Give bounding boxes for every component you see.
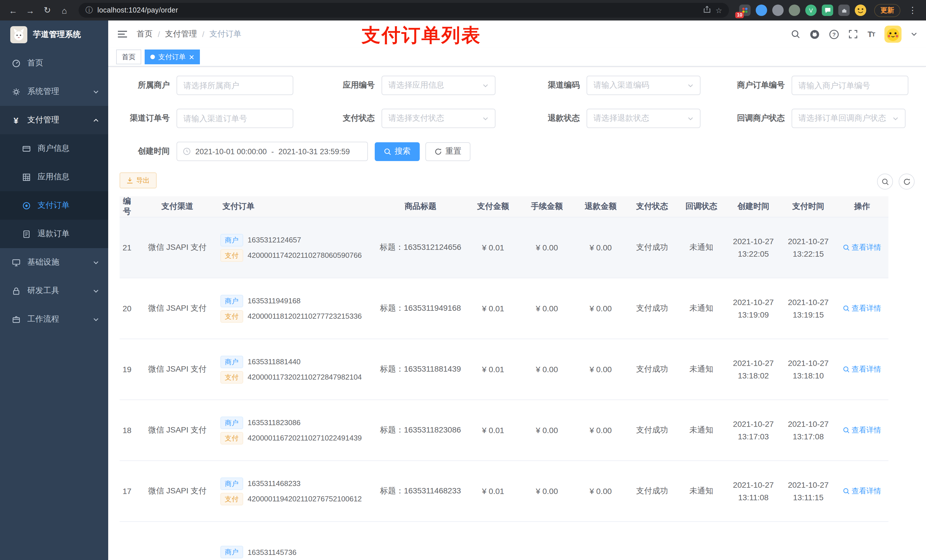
sidebar-label: 工作流程 <box>27 314 59 325</box>
extension-dark-puzzle-icon[interactable] <box>838 5 850 16</box>
close-icon[interactable] <box>189 54 194 59</box>
monitor-icon <box>11 258 21 267</box>
sidebar-label: 商户信息 <box>38 143 70 154</box>
bookmark-star-icon[interactable]: ☆ <box>716 6 722 15</box>
vue-devtools-icon[interactable]: V <box>805 5 817 16</box>
document-icon <box>22 229 31 238</box>
sidebar-item-home[interactable]: 首页 <box>0 49 108 77</box>
channel-order-no-input[interactable] <box>177 109 293 128</box>
view-detail-link[interactable]: 查看详情 <box>843 242 881 253</box>
pay-tag: 支付 <box>220 310 243 322</box>
extensions-puzzle-icon[interactable]: 10 <box>739 5 750 16</box>
merchant-input[interactable] <box>177 76 293 95</box>
address-bar[interactable]: ⓘ localhost:1024/pay/order ☆ <box>79 3 729 18</box>
search-icon[interactable] <box>791 30 800 39</box>
date-range-picker[interactable]: 2021-10-01 00:00:00 - 2021-10-31 23:59:5… <box>177 142 368 161</box>
chevron-down-icon <box>93 316 99 322</box>
sidebar-item-merchant-info[interactable]: 商户信息 <box>0 134 108 163</box>
github-icon[interactable] <box>810 29 820 39</box>
back-icon[interactable]: ← <box>6 3 21 18</box>
sidebar-label: 基础设施 <box>27 257 59 267</box>
font-size-icon[interactable]: TT <box>868 30 875 39</box>
app-select[interactable]: 请选择应用信息 <box>381 76 495 95</box>
app-frame: 芋道管理系统 首页 系统管理 <box>0 21 926 560</box>
chevron-down-icon <box>483 115 489 122</box>
cell-status: 支付成功 <box>628 339 677 400</box>
view-detail-link[interactable]: 查看详情 <box>843 303 881 314</box>
tags-view: 首页 支付订单 <box>108 48 926 66</box>
view-detail-link[interactable]: 查看详情 <box>843 425 881 435</box>
search-button[interactable]: 搜索 <box>375 142 420 161</box>
table-row-partial: 商户163531145736 <box>120 522 888 560</box>
cell-channel: 微信 JSAPI 支付 <box>135 217 220 278</box>
browser-menu-icon[interactable]: ⋮ <box>905 5 920 15</box>
cell-fee: ¥ 0.00 <box>520 400 574 461</box>
view-detail-link[interactable]: 查看详情 <box>843 486 881 496</box>
help-icon[interactable]: ? <box>829 29 839 39</box>
sidebar-item-pay[interactable]: ¥ 支付管理 <box>0 106 108 134</box>
table-row: 17 微信 JSAPI 支付 商户1635311468233 支付4200001… <box>120 461 888 522</box>
extension-gray-icon[interactable] <box>772 5 784 16</box>
col-header-fee: 手续金额 <box>520 196 574 217</box>
merchant-order-no-input[interactable] <box>791 76 908 95</box>
emoji-face-icon[interactable] <box>855 5 866 16</box>
sidebar-logo[interactable]: 芋道管理系统 <box>0 21 108 49</box>
cell-id: 18 <box>120 400 135 461</box>
sidebar-item-system[interactable]: 系统管理 <box>0 77 108 106</box>
channel-code-select[interactable]: 请输入渠道编码 <box>587 76 701 95</box>
reset-button[interactable]: 重置 <box>425 142 471 161</box>
fullscreen-icon[interactable] <box>849 30 858 39</box>
share-icon[interactable] <box>704 6 711 15</box>
tab-home[interactable]: 首页 <box>116 50 141 64</box>
tab-pay-order[interactable]: 支付订单 <box>145 50 200 64</box>
main-area: 首页 / 支付管理 / 支付订单 支付订单列表 ? <box>108 21 926 560</box>
table-row: 21 微信 JSAPI 支付 商户1635312124657 支付4200001… <box>120 217 888 278</box>
breadcrumb-home[interactable]: 首页 <box>137 29 153 39</box>
merchant-tag: 商户 <box>220 355 243 368</box>
chevron-up-icon <box>93 117 99 123</box>
sidebar-item-dev-tools[interactable]: 研发工具 <box>0 276 108 305</box>
extension-drop-icon[interactable] <box>756 5 767 16</box>
col-header-notify: 回调状态 <box>677 196 726 217</box>
browser-chrome: ← → ↻ ⌂ ⓘ localhost:1024/pay/order ☆ 10 … <box>0 0 926 21</box>
breadcrumb-level1[interactable]: 支付管理 <box>165 29 197 39</box>
view-detail-link[interactable]: 查看详情 <box>843 364 881 374</box>
cell-status <box>628 522 677 560</box>
cell-notify: 未通知 <box>677 278 726 339</box>
export-button[interactable]: 导出 <box>120 172 157 189</box>
cell-amount: ¥ 0.01 <box>466 217 520 278</box>
toggle-search-icon[interactable] <box>877 174 893 190</box>
caret-down-icon[interactable] <box>911 31 917 37</box>
dashboard-icon <box>11 59 21 68</box>
extension-chat-icon[interactable] <box>822 5 833 16</box>
sidebar-item-infra[interactable]: 基础设施 <box>0 248 108 276</box>
user-avatar[interactable] <box>884 26 902 43</box>
bullseye-icon <box>22 201 31 210</box>
site-info-icon[interactable]: ⓘ <box>85 5 93 15</box>
sidebar-item-app-info[interactable]: 应用信息 <box>0 163 108 191</box>
cell-title: 标题：1635311881439 <box>375 339 466 400</box>
cell-amount: ¥ 0.01 <box>466 339 520 400</box>
refund-status-select[interactable]: 请选择退款状态 <box>587 109 701 128</box>
forward-icon[interactable]: → <box>23 3 38 18</box>
search-button-label: 搜索 <box>395 146 411 157</box>
col-header-title: 商品标题 <box>375 196 466 217</box>
cell-create-time: 2021-10-2713:22:05 <box>726 217 781 278</box>
merchant-order-no: 1635312124657 <box>248 235 301 244</box>
hamburger-icon[interactable] <box>117 30 127 38</box>
sidebar-item-pay-order[interactable]: 支付订单 <box>0 191 108 220</box>
pay-status-select[interactable]: 请选择支付状态 <box>381 109 495 128</box>
sidebar-item-workflow[interactable]: 工作流程 <box>0 305 108 334</box>
extension-olive-icon[interactable] <box>789 5 800 16</box>
notify-status-select[interactable]: 请选择订单回调商户状态 <box>791 109 905 128</box>
cell-actions: 查看详情 <box>836 278 888 339</box>
refresh-icon[interactable] <box>899 174 915 190</box>
merchant-tag: 商户 <box>220 234 243 246</box>
sidebar-item-refund-order[interactable]: 退款订单 <box>0 220 108 248</box>
update-button[interactable]: 更新 <box>874 4 900 17</box>
home-icon[interactable]: ⌂ <box>57 3 72 18</box>
cell-notify: 未通知 <box>677 461 726 522</box>
merchant-order-no: 163531145736 <box>248 548 297 556</box>
reload-icon[interactable]: ↻ <box>40 3 54 18</box>
svg-text:?: ? <box>832 31 836 37</box>
